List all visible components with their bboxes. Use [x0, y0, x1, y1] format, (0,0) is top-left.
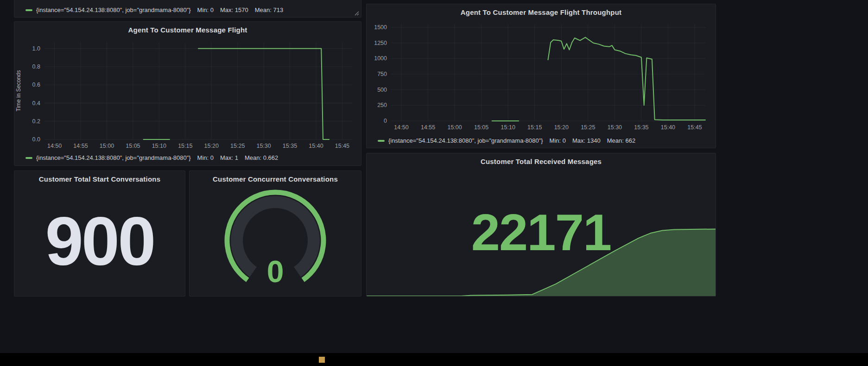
- svg-text:0: 0: [384, 118, 387, 124]
- legend-mean-stat: Mean: 713: [255, 6, 283, 13]
- svg-text:Time in Seconds: Time in Seconds: [15, 70, 22, 112]
- panel-start-conversations: Customer Total Start Conversations 900: [14, 170, 185, 297]
- svg-text:15:20: 15:20: [204, 143, 219, 149]
- svg-text:15:40: 15:40: [661, 124, 675, 131]
- panel-title-received-messages[interactable]: Customer Total Received Messages: [367, 153, 716, 169]
- svg-text:14:50: 14:50: [47, 143, 62, 149]
- panel-title-throughput[interactable]: Agent To Customer Message Flight Through…: [367, 4, 716, 20]
- series-color-swatch: [378, 140, 385, 142]
- start-conversations-stat-value: 900: [14, 187, 185, 296]
- svg-text:15:10: 15:10: [501, 124, 515, 131]
- svg-text:15:00: 15:00: [447, 124, 462, 131]
- svg-text:15:25: 15:25: [581, 124, 595, 131]
- svg-text:0.8: 0.8: [32, 63, 40, 70]
- legend-series-label[interactable]: {instance="54.154.24.138:8080", job="gra…: [36, 6, 191, 13]
- agent-flight-chart-canvas[interactable]: 14:5014:5515:0015:0515:1015:1515:2015:25…: [14, 38, 361, 152]
- panel-concurrent-conversations: Customer Concurrent Conversations 0: [189, 170, 361, 297]
- svg-text:15:25: 15:25: [230, 143, 245, 149]
- legend-max-stat: Max: 1: [220, 154, 238, 161]
- svg-text:0.6: 0.6: [32, 82, 40, 88]
- svg-text:15:15: 15:15: [178, 143, 192, 149]
- svg-text:15:35: 15:35: [634, 124, 648, 131]
- svg-text:15:05: 15:05: [126, 143, 140, 149]
- svg-text:15:00: 15:00: [100, 143, 114, 149]
- taskbar-icon[interactable]: [319, 357, 325, 363]
- svg-text:15:05: 15:05: [474, 124, 488, 131]
- svg-text:15:30: 15:30: [256, 143, 271, 149]
- taskbar-strip: [0, 353, 868, 366]
- svg-text:750: 750: [377, 71, 387, 77]
- svg-text:15:45: 15:45: [335, 143, 349, 149]
- legend-mean-stat: Mean: 0.662: [245, 154, 278, 161]
- svg-text:250: 250: [377, 102, 387, 108]
- legend-max-stat: Max: 1340: [572, 137, 601, 144]
- grafana-dashboard: {instance="54.154.24.138:8080", job="gra…: [0, 0, 868, 366]
- svg-text:1.0: 1.0: [32, 45, 40, 52]
- svg-text:15:15: 15:15: [527, 124, 542, 131]
- svg-text:1500: 1500: [374, 24, 387, 31]
- panel-title-start-conversations[interactable]: Customer Total Start Conversations: [14, 171, 185, 187]
- legend-series-label[interactable]: {instance="54.154.24.138:8080", job="gra…: [388, 137, 543, 144]
- svg-text:14:55: 14:55: [73, 143, 88, 149]
- panel-agent-flight: Agent To Customer Message Flight 14:5014…: [14, 21, 361, 166]
- panel-agent-flight-throughput: Agent To Customer Message Flight Through…: [366, 4, 716, 148]
- panel-clipped-top: {instance="54.154.24.138:8080", job="gra…: [14, 0, 361, 18]
- svg-text:15:10: 15:10: [152, 143, 166, 149]
- svg-text:14:55: 14:55: [421, 124, 435, 131]
- svg-text:14:50: 14:50: [394, 124, 408, 131]
- svg-text:1250: 1250: [374, 40, 387, 46]
- panel-title-agent-flight[interactable]: Agent To Customer Message Flight: [14, 22, 361, 38]
- legend-min-stat: Min: 0: [197, 6, 214, 13]
- svg-text:500: 500: [377, 87, 387, 93]
- svg-text:0.0: 0.0: [32, 136, 40, 143]
- svg-text:1000: 1000: [374, 55, 387, 62]
- legend-series-label[interactable]: {instance="54.154.24.138:8080", job="gra…: [36, 154, 191, 161]
- panel-title-concurrent-conversations[interactable]: Customer Concurrent Conversations: [190, 171, 361, 187]
- svg-text:15:30: 15:30: [608, 124, 622, 131]
- svg-text:0.4: 0.4: [32, 100, 40, 107]
- svg-text:15:20: 15:20: [554, 124, 569, 131]
- received-messages-stat-value: 22171: [367, 198, 716, 267]
- series-color-swatch: [25, 9, 32, 11]
- throughput-chart-canvas[interactable]: 14:5014:5515:0015:0515:1015:1515:2015:25…: [367, 20, 716, 134]
- svg-text:15:35: 15:35: [283, 143, 297, 149]
- legend-min-stat: Min: 0: [550, 137, 566, 144]
- svg-text:15:45: 15:45: [687, 124, 702, 131]
- panel-received-messages: Customer Total Received Messages 22171: [366, 153, 716, 297]
- panel-resize-handle[interactable]: [354, 10, 359, 16]
- svg-text:15:40: 15:40: [309, 143, 323, 149]
- legend-min-stat: Min: 0: [197, 154, 214, 161]
- series-color-swatch: [25, 157, 32, 159]
- legend-mean-stat: Mean: 662: [607, 137, 635, 144]
- gauge-value: 0: [190, 256, 361, 287]
- legend-max-stat: Max: 1570: [220, 6, 248, 13]
- svg-text:0.2: 0.2: [32, 118, 40, 125]
